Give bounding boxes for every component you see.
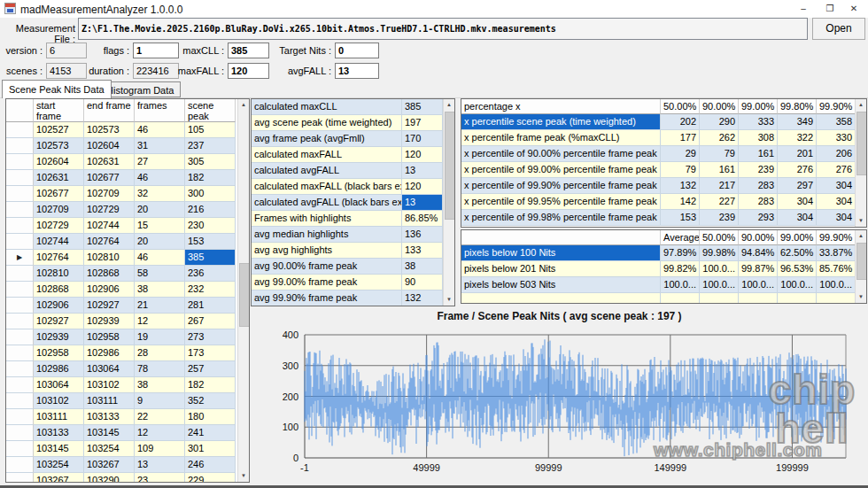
table-cell[interactable]: 103064 <box>34 377 84 393</box>
table-cell[interactable]: 46 <box>135 250 185 266</box>
table-cell[interactable]: 273 <box>185 329 236 345</box>
value-cell[interactable]: 304 <box>817 194 856 210</box>
table-cell[interactable]: 46 <box>135 170 185 186</box>
table-cell[interactable]: 180 <box>185 409 236 425</box>
table-cell[interactable]: 182 <box>185 170 236 186</box>
stat-label-cell[interactable]: calculated maxFALL (black bars exclud... <box>252 179 402 195</box>
table-cell[interactable]: 20 <box>135 234 185 250</box>
table-cell[interactable]: 102729 <box>84 202 135 218</box>
table-cell[interactable]: 236 <box>185 266 236 282</box>
stat-label-cell[interactable]: avg median highlights <box>252 227 402 243</box>
value-cell[interactable]: 153 <box>661 210 700 226</box>
table-cell[interactable]: 20 <box>135 202 185 218</box>
table-cell[interactable]: 102810 <box>34 266 84 282</box>
value-cell[interactable]: 304 <box>778 194 817 210</box>
row-header[interactable] <box>6 393 34 409</box>
table-cell[interactable]: 103133 <box>84 409 135 425</box>
table-cell[interactable]: 216 <box>185 202 236 218</box>
value-cell[interactable]: 177 <box>661 130 700 146</box>
table-cell[interactable]: 229 <box>185 473 236 483</box>
stat-label-cell[interactable]: calculated avgFALL (black bars exclud... <box>252 195 402 211</box>
table-cell[interactable]: 237 <box>185 138 236 154</box>
close-button[interactable]: ✕ <box>840 0 868 18</box>
row-header[interactable] <box>6 457 34 473</box>
table-cell[interactable]: 102764 <box>84 234 135 250</box>
row-header[interactable] <box>6 473 34 483</box>
table-cell[interactable]: 102604 <box>34 154 84 170</box>
value-cell[interactable]: 293 <box>739 210 778 226</box>
column-header[interactable] <box>461 230 661 245</box>
row-label-cell[interactable]: x percentile of 99.95% percentile frame … <box>461 194 661 210</box>
target-nits-field[interactable] <box>335 43 379 58</box>
value-cell[interactable]: 333 <box>739 114 778 130</box>
table-cell[interactable]: 102527 <box>34 122 84 138</box>
table-cell[interactable]: 103064 <box>84 361 135 377</box>
table-cell[interactable]: 28 <box>135 345 185 361</box>
value-cell[interactable]: 33.87% <box>817 245 856 261</box>
row-header[interactable] <box>6 425 34 441</box>
row-label-cell[interactable]: pixels below 201 Nits <box>461 261 661 277</box>
value-cell[interactable]: 96.53% <box>778 261 817 277</box>
row-header[interactable] <box>6 234 34 250</box>
row-header[interactable] <box>6 314 34 329</box>
table-cell[interactable]: 103267 <box>84 457 135 473</box>
table-cell[interactable]: 300 <box>185 186 236 202</box>
value-cell[interactable]: 161 <box>739 146 778 162</box>
table-cell[interactable]: 232 <box>185 282 236 298</box>
table-cell[interactable]: 102958 <box>84 329 135 345</box>
value-cell[interactable]: 99.82% <box>661 261 700 277</box>
table-cell[interactable]: 173 <box>185 345 236 361</box>
table-cell[interactable]: 102927 <box>34 314 84 329</box>
table-cell[interactable]: 38 <box>135 282 185 298</box>
table-cell[interactable]: 102868 <box>84 266 135 282</box>
stat-label-cell[interactable]: avg 99.00% frame peak <box>252 275 402 290</box>
column-header[interactable]: 99.90% <box>817 230 856 245</box>
column-header[interactable]: 50.00% <box>700 230 739 245</box>
row-header[interactable] <box>6 138 34 154</box>
stat-value-cell[interactable]: 132 <box>402 290 443 306</box>
table-cell[interactable]: 305 <box>185 154 236 170</box>
stat-value-cell[interactable]: 13 <box>402 163 443 179</box>
table-cell[interactable]: 385 <box>185 250 236 266</box>
row-header[interactable] <box>6 345 34 361</box>
row-label-cell[interactable]: x percentile frame peak (%maxCLL) <box>461 130 661 146</box>
value-cell[interactable]: 322 <box>778 130 817 146</box>
value-cell[interactable]: 62.50% <box>778 245 817 261</box>
column-header[interactable]: start frame <box>34 99 84 122</box>
table-cell[interactable]: 31 <box>135 138 185 154</box>
scrollbar-thumb[interactable] <box>445 112 455 220</box>
row-label-cell[interactable] <box>461 293 661 304</box>
column-header[interactable]: percentage x <box>461 99 661 114</box>
maxfall-field[interactable] <box>228 63 269 79</box>
row-header[interactable] <box>6 186 34 202</box>
value-cell[interactable]: 283 <box>739 194 778 210</box>
table-cell[interactable]: 103267 <box>34 473 84 483</box>
stat-value-cell[interactable]: 170 <box>402 131 443 147</box>
table-cell[interactable]: 241 <box>185 425 236 441</box>
scroll-down-icon[interactable]: ▼ <box>444 294 454 306</box>
value-cell[interactable]: 100.0... <box>661 277 700 293</box>
value-cell[interactable]: 358 <box>817 114 856 130</box>
row-label-cell[interactable]: pixels below 100 Nits <box>461 245 661 261</box>
stat-label-cell[interactable]: calculated maxCLL <box>252 99 402 115</box>
table-cell[interactable]: 58 <box>135 266 185 282</box>
table-cell[interactable]: 13 <box>135 457 185 473</box>
stat-label-cell[interactable]: avg frame peak (avgFmll) <box>252 131 402 147</box>
table-cell[interactable]: 102631 <box>34 170 84 186</box>
scroll-down-icon[interactable]: ▼ <box>856 215 866 227</box>
open-button[interactable]: Open <box>812 18 865 40</box>
table-cell[interactable]: 102764 <box>34 250 84 266</box>
table-cell[interactable]: 102986 <box>84 345 135 361</box>
table-cell[interactable]: 103102 <box>84 377 135 393</box>
value-cell[interactable] <box>817 293 856 304</box>
table-cell[interactable]: 102729 <box>34 218 84 234</box>
table-cell[interactable]: 102906 <box>34 298 84 314</box>
scroll-up-icon[interactable]: ▲ <box>238 99 249 111</box>
row-header[interactable]: ▶ <box>6 250 34 266</box>
column-header[interactable]: Average <box>661 230 700 245</box>
pixels-table-scrollbar[interactable]: ▲ ▼ <box>855 230 866 303</box>
column-header[interactable]: 99.00% <box>739 99 778 114</box>
table-cell[interactable]: 102906 <box>84 282 135 298</box>
table-cell[interactable]: 102709 <box>34 202 84 218</box>
value-cell[interactable]: 100.0... <box>700 277 739 293</box>
